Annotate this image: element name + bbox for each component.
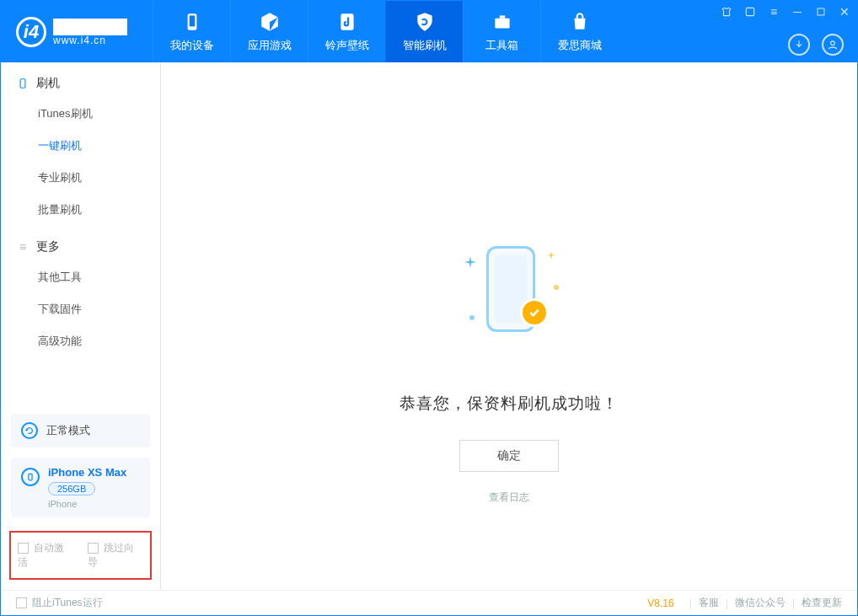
checkbox-auto-activate[interactable]: 自动激活 (18, 541, 74, 570)
tab-label: 应用游戏 (248, 38, 292, 53)
checkbox-skip-guide[interactable]: 跳过向导 (88, 541, 144, 570)
tab-label: 智能刷机 (403, 38, 447, 53)
svg-rect-1 (189, 15, 195, 26)
section-label: 更多 (36, 239, 60, 254)
sidebar-item-pro-flash[interactable]: 专业刷机 (1, 162, 160, 194)
music-icon (336, 11, 358, 33)
sidebar-item-itunes-flash[interactable]: iTunes刷机 (1, 98, 160, 130)
footer-link-wechat[interactable]: 微信公众号 (735, 596, 786, 610)
titlebar: i4 爱思助手 www.i4.cn 我的设备 应用游戏 铃声壁纸 智能刷机 (1, 1, 857, 62)
logo-icon: i4 (16, 17, 46, 47)
success-title: 恭喜您，保资料刷机成功啦！ (400, 393, 619, 415)
device-capacity: 256GB (48, 482, 95, 495)
phone-icon (16, 77, 29, 90)
list-icon: ≡ (16, 240, 29, 254)
check-badge-icon (520, 298, 549, 327)
section-label: 刷机 (36, 76, 60, 91)
svg-rect-5 (746, 8, 753, 15)
view-log-link[interactable]: 查看日志 (489, 490, 529, 505)
device-icon (21, 468, 40, 486)
svg-rect-6 (818, 8, 824, 15)
cube-icon (259, 11, 281, 33)
svg-point-7 (831, 41, 835, 46)
sidebar-item-download-firmware[interactable]: 下载固件 (1, 293, 160, 325)
tab-label: 爱思商城 (558, 38, 602, 53)
checkbox-block-itunes[interactable]: 阻止iTunes运行 (16, 596, 103, 610)
device-icon (181, 11, 203, 33)
mode-card[interactable]: 正常模式 (11, 414, 150, 447)
success-illustration (446, 231, 572, 357)
tab-flash[interactable]: 智能刷机 (385, 1, 463, 62)
app-logo: i4 爱思助手 www.i4.cn (16, 1, 127, 62)
device-card[interactable]: iPhone XS Max 256GB iPhone (11, 458, 150, 517)
download-button[interactable] (788, 34, 810, 56)
footer: 阻止iTunes运行 V8.16 | 客服 | 微信公众号 | 检查更新 (1, 590, 857, 615)
toolbox-icon (491, 11, 513, 33)
sidebar-section-more: ≡ 更多 (1, 226, 160, 261)
svg-rect-8 (20, 79, 25, 88)
sidebar-item-batch-flash[interactable]: 批量刷机 (1, 194, 160, 226)
footer-link-service[interactable]: 客服 (699, 596, 719, 610)
main-content: 恭喜您，保资料刷机成功啦！ 确定 查看日志 (161, 62, 857, 590)
close-button[interactable]: ✕ (837, 4, 852, 19)
minimize-button[interactable]: ─ (790, 4, 805, 19)
tab-label: 铃声壁纸 (325, 38, 369, 53)
mode-icon (21, 422, 38, 439)
shirt-icon[interactable] (719, 4, 734, 19)
sidebar-section-flash: 刷机 (1, 62, 160, 98)
svg-rect-4 (499, 15, 505, 18)
sidebar-item-other-tools[interactable]: 其他工具 (1, 261, 160, 293)
feedback-icon[interactable] (743, 4, 758, 19)
svg-rect-9 (29, 474, 32, 480)
tab-label: 工具箱 (485, 38, 518, 53)
sidebar-item-onekey-flash[interactable]: 一键刷机 (1, 130, 160, 162)
app-name: 爱思助手 (53, 19, 127, 35)
tab-store[interactable]: 爱思商城 (540, 1, 618, 62)
user-button[interactable] (822, 34, 844, 56)
maximize-button[interactable] (813, 4, 829, 19)
tab-tools[interactable]: 工具箱 (463, 1, 540, 62)
confirm-button[interactable]: 确定 (459, 440, 559, 472)
sidebar-item-advanced[interactable]: 高级功能 (1, 325, 160, 357)
device-name: iPhone XS Max (48, 466, 126, 479)
tab-ringtones[interactable]: 铃声壁纸 (308, 1, 385, 62)
options-highlight-box: 自动激活 跳过向导 (9, 531, 152, 580)
svg-rect-3 (495, 18, 509, 28)
sidebar: 刷机 iTunes刷机 一键刷机 专业刷机 批量刷机 ≡ 更多 其他工具 下载固… (1, 62, 161, 590)
shield-refresh-icon (414, 11, 436, 33)
app-subtitle: www.i4.cn (53, 35, 127, 46)
tab-my-device[interactable]: 我的设备 (153, 1, 230, 62)
menu-icon[interactable]: ≡ (766, 4, 781, 19)
bag-icon (569, 11, 591, 33)
tab-apps[interactable]: 应用游戏 (230, 1, 308, 62)
device-type: iPhone (48, 499, 126, 509)
mode-label: 正常模式 (46, 423, 90, 438)
footer-link-update[interactable]: 检查更新 (802, 596, 842, 610)
version-label: V8.16 (647, 597, 673, 609)
tab-label: 我的设备 (170, 38, 214, 53)
